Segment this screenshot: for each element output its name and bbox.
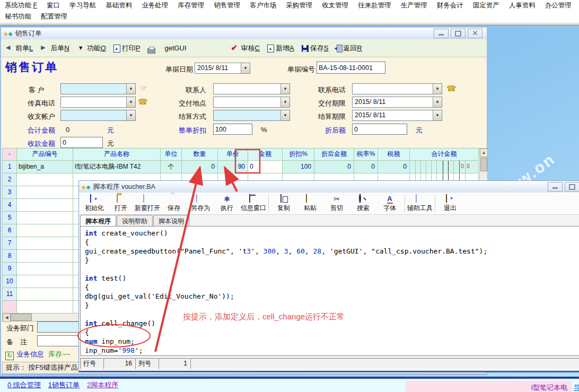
taskbar-item-2[interactable]: 2脚本程序 — [87, 379, 118, 391]
code-editor[interactable]: int create_voucher(){gui_create_speedbut… — [80, 226, 579, 356]
dropdown-arrow-icon[interactable]: ▼ — [280, 84, 290, 94]
cell[interactable] — [17, 237, 73, 250]
toolbar-next-button[interactable]: 后单N — [40, 43, 69, 53]
discount-input[interactable] — [213, 124, 252, 135]
toolbar-print-button[interactable]: 打印P — [113, 43, 141, 53]
mini-cell[interactable] — [453, 161, 459, 173]
cell[interactable]: 0 — [378, 161, 410, 173]
cell[interactable] — [17, 263, 73, 275]
scroll-left-icon[interactable]: ◀ — [3, 313, 11, 322]
contact-dropdown[interactable]: ▼ — [213, 83, 290, 94]
row-number[interactable] — [3, 301, 17, 313]
menu-item[interactable]: 财务会计 — [432, 0, 468, 11]
column-header[interactable]: 折扣% — [283, 149, 314, 161]
customer-dropdown[interactable]: ▼ — [60, 83, 136, 94]
contact-phone-dropdown[interactable]: ▼ — [352, 83, 442, 94]
toolbar-save-button[interactable]: 保存S — [302, 43, 329, 53]
column-header[interactable]: 金额 — [248, 149, 283, 161]
menu-item[interactable]: 秘书功能 — [0, 11, 36, 22]
cell[interactable] — [17, 173, 73, 186]
scroll-up-icon[interactable]: ▲ — [480, 149, 488, 157]
menu-item[interactable]: 固定资产 — [468, 0, 504, 11]
stock-link[interactable]: 库存~~ — [48, 350, 70, 358]
mini-cell[interactable] — [410, 161, 415, 173]
taskbar-item-0[interactable]: 0 综合管理 — [7, 379, 41, 391]
maximize-button[interactable] — [451, 29, 466, 38]
edtool-button-6[interactable]: 信息窗口 — [240, 193, 267, 214]
mini-cell[interactable] — [420, 161, 426, 173]
phone-icon[interactable]: ☎ — [138, 97, 148, 107]
received-input[interactable] — [60, 137, 103, 148]
mini-cell[interactable] — [448, 161, 453, 173]
edtool-button-2[interactable]: 新窗打开 — [134, 193, 161, 214]
toolbar-back-button[interactable]: 返回R — [336, 43, 362, 53]
cell[interactable] — [17, 275, 73, 288]
edtool-button-4[interactable]: 另存为 — [187, 193, 214, 214]
sales-window-titlebar[interactable]: ◆◆ 销售订单 ✕ — [1, 28, 487, 40]
dropdown-arrow-icon[interactable]: ▼ — [126, 97, 135, 107]
edtool-button-12[interactable]: 辅助工具 — [407, 193, 433, 214]
menu-item[interactable]: 人力资源 — [576, 0, 579, 11]
after-discount-input[interactable] — [352, 124, 407, 135]
tab-0[interactable]: 脚本程序 — [80, 215, 116, 227]
menu-item[interactable]: 客户市场 — [245, 0, 281, 11]
column-header[interactable]: 折后金额 — [314, 149, 354, 161]
column-header[interactable]: 数量 — [182, 149, 218, 161]
cell[interactable] — [17, 186, 73, 199]
cell[interactable]: 0 — [248, 161, 283, 173]
cell[interactable] — [17, 199, 73, 212]
cell[interactable]: 个 — [161, 161, 182, 173]
column-header[interactable]: 合计金额 — [410, 149, 479, 161]
menu-item[interactable]: 系统功能 F — [0, 0, 42, 11]
dropdown-arrow-icon[interactable]: ▼ — [280, 110, 290, 120]
row-number[interactable]: 9 — [3, 263, 17, 275]
mini-cell[interactable] — [415, 161, 420, 173]
dropdown-arrow-icon[interactable]: ▼ — [126, 110, 135, 120]
cell[interactable] — [17, 250, 73, 263]
scrollbar-thumb[interactable] — [11, 313, 32, 321]
doc-date-dropdown[interactable]: 2015/ 8/11▼ — [195, 63, 250, 74]
tab-2[interactable]: 脚本说明 — [153, 215, 189, 227]
edtool-button-10[interactable]: 搜索 — [350, 193, 376, 214]
mini-cell[interactable]: 0 — [459, 161, 465, 173]
dropdown-arrow-icon[interactable]: ▼ — [433, 97, 442, 107]
column-header[interactable]: 税率% — [354, 149, 378, 161]
phone-icon[interactable]: ☎ — [446, 84, 457, 93]
toolbar-func-button[interactable]: 功能O — [77, 43, 106, 53]
dropdown-arrow-icon[interactable]: ▼ — [280, 97, 290, 107]
toolbar-prev-button[interactable]: 前单L — [5, 43, 33, 53]
scrollbar-thumb[interactable] — [480, 158, 487, 171]
column-header[interactable]: 税额 — [378, 149, 410, 161]
edtool-button-11[interactable]: A字体 — [376, 193, 403, 214]
minimize-button[interactable] — [434, 29, 449, 38]
edtool-button-9[interactable]: ✂剪切 — [323, 193, 350, 214]
deliver-place-dropdown[interactable]: ▼ — [213, 97, 290, 108]
menu-item[interactable]: 学习导航 — [65, 0, 101, 11]
column-header[interactable]: 单位 — [161, 149, 182, 161]
dropdown-arrow-icon[interactable]: ▼ — [126, 84, 135, 94]
row-number[interactable]: 5 — [3, 212, 17, 224]
settle-due-dropdown[interactable]: 2015/ 8/11▼ — [352, 110, 442, 121]
column-header[interactable]: 单价 — [218, 149, 248, 161]
cell[interactable]: 0 — [354, 161, 378, 173]
dropdown-arrow-icon[interactable]: ▼ — [433, 110, 442, 120]
row-number[interactable]: 10 — [3, 275, 17, 288]
edtool-button-3[interactable]: 保存 — [161, 193, 187, 214]
row-number[interactable]: 8 — [3, 250, 17, 263]
toolbar-add-button[interactable]: 新增A — [267, 43, 294, 53]
mini-cell[interactable] — [431, 161, 436, 173]
toolbar-audit-button[interactable]: 审核C — [231, 43, 260, 53]
taskbar-nav-item[interactable]: 导航 — [574, 381, 579, 392]
menu-item[interactable]: 配置管理 — [36, 11, 72, 22]
deliver-due-dropdown[interactable]: 2015/ 8/11▼ — [352, 97, 442, 108]
mini-cell[interactable] — [443, 161, 448, 173]
row-number[interactable]: 2 — [3, 173, 17, 186]
dropdown-arrow-icon[interactable]: ▼ — [433, 84, 442, 94]
toolbar-getgui-button[interactable]: getGUI — [164, 44, 186, 52]
mini-cell[interactable] — [436, 161, 443, 173]
script-window-titlebar[interactable]: ◆◆ 脚本程序 voucher.BA — [79, 181, 579, 193]
menu-item[interactable]: 办公管理 — [540, 0, 576, 11]
menu-item[interactable]: 往来款管理 — [353, 0, 396, 11]
menu-item[interactable]: 库存管理 — [173, 0, 209, 11]
cell[interactable] — [17, 212, 73, 224]
